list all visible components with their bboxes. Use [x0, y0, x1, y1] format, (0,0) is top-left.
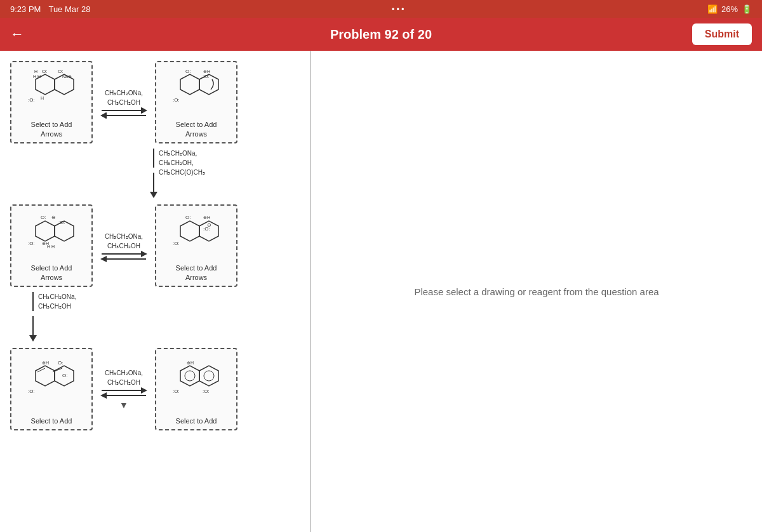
select-label-2-left: Select to AddArrows [31, 263, 72, 282]
molecule-drawing-3-right: ⊕H :O: :O: [160, 353, 232, 414]
svg-point-40 [185, 371, 195, 381]
chevron-down-icon: ▼ [119, 400, 128, 410]
back-button[interactable]: ← [10, 26, 24, 43]
app-header: ← Problem 92 of 20 Submit [0, 18, 762, 51]
submit-button[interactable]: Submit [692, 23, 752, 45]
vertical-reagent-2: CH₃CH₂ONa,CH₃CH₂OH [38, 292, 76, 311]
select-label-1-right: Select to AddArrows [176, 120, 217, 138]
arrow-forward-1 [102, 110, 146, 111]
battery-level: 26% [721, 4, 738, 14]
svg-text::O:: :O: [203, 226, 210, 232]
wifi-icon: 📶 [707, 4, 718, 14]
back-icon: ← [10, 26, 24, 43]
status-bar: 9:23 PM Tue Mar 28 ••• 📶 26% 🔋 [0, 0, 762, 18]
molecule-box-3-left[interactable]: ⊕H O: :O: O: Select to Add [10, 348, 93, 430]
molecule-drawing-2-left: O: ⊖ ⊕H :O: :O: H H [15, 209, 88, 261]
svg-text::O:: :O: [173, 97, 180, 103]
equilibrium-arrows-3 [102, 390, 146, 396]
dots-icon: ••• [392, 4, 406, 14]
status-left: 9:23 PM Tue Mar 28 [10, 4, 90, 14]
reaction-row-3: ⊕H O: :O: O: Select to Add CH₃CH₂ONa,CH₃… [10, 348, 300, 430]
svg-marker-30 [36, 366, 55, 386]
svg-marker-23 [180, 221, 199, 241]
vertical-connector-1: CH₃CH₂ONa,CH₃CH₂OH,CH₃CHC(O)CH₃ [150, 149, 300, 199]
svg-text:H: H [41, 96, 44, 100]
select-label-1-left: Select to AddArrows [31, 120, 72, 138]
molecule-drawing-1-left: H H H O: O: :O: H Na⊕ [15, 66, 88, 117]
svg-marker-38 [180, 366, 199, 386]
status-right: 📶 26% 🔋 [707, 4, 752, 14]
svg-text:H: H [34, 69, 37, 74]
svg-marker-9 [180, 74, 199, 95]
svg-marker-39 [199, 366, 218, 386]
molecule-box-1-left[interactable]: H H H O: O: :O: H Na⊕ Select to AddArrow… [10, 61, 93, 143]
svg-point-41 [204, 371, 214, 381]
vertical-arrow-2: CH₃CH₂ONa,CH₃CH₂OH [29, 292, 37, 342]
svg-text:O:: O: [62, 373, 67, 378]
main-content: H H H O: O: :O: H Na⊕ Select to AddArrow… [0, 51, 762, 532]
svg-text::O:: :O: [58, 220, 65, 225]
svg-text:O:: O: [58, 69, 63, 74]
molecule-drawing-1-right: ⊕H O: :O: :O: [160, 66, 232, 117]
svg-text:O:: O: [41, 215, 46, 220]
arrow-area-3: CH₃CH₂ONa,CH₃CH₂OH ▼ [95, 368, 152, 410]
svg-text:O:: O: [42, 69, 47, 74]
svg-text:O:: O: [185, 215, 190, 220]
molecule-drawing-2-right: O: ⊕H ⊖ :O: :O: [160, 209, 232, 261]
reagent-text-1: CH₃CH₂ONa,CH₃CH₂OH [105, 88, 143, 107]
vertical-reagent-1: CH₃CH₂ONa,CH₃CH₂OH,CH₃CHC(O)CH₃ [159, 149, 205, 177]
svg-marker-15 [36, 221, 55, 241]
reaction-row-1: H H H O: O: :O: H Na⊕ Select to AddArrow… [10, 61, 300, 143]
select-label-3-left: Select to Add [31, 416, 72, 425]
date: Tue Mar 28 [48, 4, 90, 14]
molecule-drawing-3-left: ⊕H O: :O: O: [15, 353, 88, 414]
svg-text:H H: H H [33, 74, 41, 79]
svg-text::O:: :O: [28, 97, 35, 103]
battery-icon: 🔋 [742, 4, 752, 14]
svg-text:⊕H: ⊕H [203, 69, 210, 74]
svg-text:Na⊕: Na⊕ [62, 74, 72, 79]
reaction-row-2: O: ⊖ ⊕H :O: :O: H H Select to AddArrows … [10, 204, 300, 287]
svg-text:⊕H: ⊕H [187, 361, 194, 365]
svg-text::O:: :O: [28, 241, 35, 246]
arrow-area-2: CH₃CH₂ONa,CH₃CH₂OH [95, 232, 152, 260]
arrow-back-1 [102, 115, 146, 116]
vertical-connector-2: CH₃CH₂ONa,CH₃CH₂OH [29, 292, 300, 343]
reagent-text-3: CH₃CH₂ONa,CH₃CH₂OH [105, 368, 143, 387]
svg-text::O:: :O: [28, 389, 35, 394]
molecule-box-2-left[interactable]: O: ⊖ ⊕H :O: :O: H H Select to AddArrows [10, 204, 93, 287]
equilibrium-arrows-2 [102, 253, 146, 260]
answer-panel: Please select a drawing or reagent from … [311, 51, 762, 532]
svg-text::O:: :O: [203, 389, 210, 394]
svg-text:⊖: ⊖ [51, 215, 56, 220]
molecule-box-2-right[interactable]: O: ⊕H ⊖ :O: :O: Select to AddArrows [155, 204, 237, 287]
page-title: Problem 92 of 20 [330, 27, 432, 42]
answer-placeholder: Please select a drawing or reagent from … [414, 286, 658, 297]
svg-text:O:: O: [58, 360, 63, 366]
svg-text::O:: :O: [173, 241, 180, 246]
select-label-2-right: Select to AddArrows [176, 263, 217, 282]
reagent-text-2: CH₃CH₂ONa,CH₃CH₂OH [105, 232, 143, 251]
vertical-arrow-1: CH₃CH₂ONa,CH₃CH₂OH,CH₃CHC(O)CH₃ [150, 149, 157, 198]
time: 9:23 PM [10, 4, 41, 14]
svg-text:⊕H: ⊕H [42, 361, 49, 365]
svg-text::O:: :O: [203, 74, 210, 79]
molecule-box-3-right[interactable]: ⊕H :O: :O: Select to Add [155, 348, 237, 430]
svg-text:H  H: H H [47, 244, 55, 249]
molecule-box-1-right[interactable]: ⊕H O: :O: :O: Select to AddArrows [155, 61, 237, 143]
question-panel: H H H O: O: :O: H Na⊕ Select to AddArrow… [0, 51, 311, 532]
select-label-3-right: Select to Add [176, 416, 217, 425]
equilibrium-arrows-1 [102, 110, 146, 116]
arrow-area-1: CH₃CH₂ONa,CH₃CH₂OH [95, 88, 152, 116]
svg-text::O:: :O: [173, 389, 180, 394]
svg-text:O:: O: [185, 69, 190, 74]
svg-text:⊕H: ⊕H [203, 215, 210, 220]
